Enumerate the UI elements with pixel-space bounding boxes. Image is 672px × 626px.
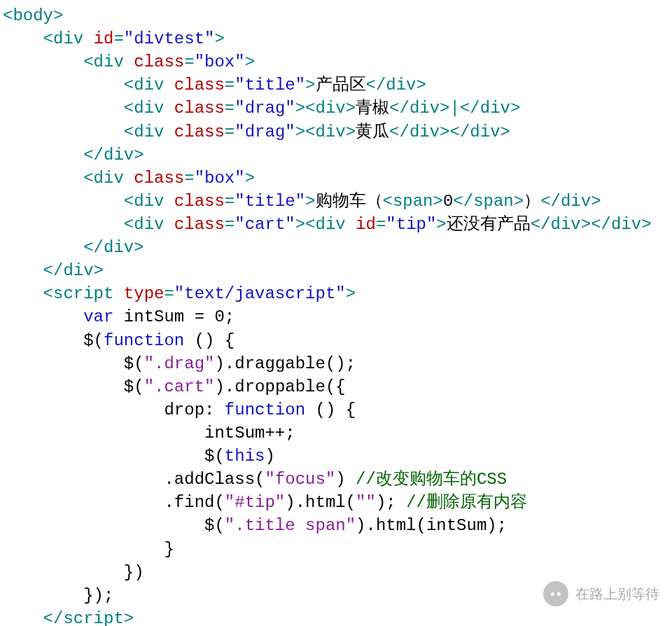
watermark: 在路上别等待	[543, 581, 659, 606]
watermark-icon	[543, 581, 568, 606]
code-block: <body> <div id="divtest"> <div class="bo…	[0, 0, 672, 626]
watermark-text: 在路上别等待	[575, 585, 659, 604]
